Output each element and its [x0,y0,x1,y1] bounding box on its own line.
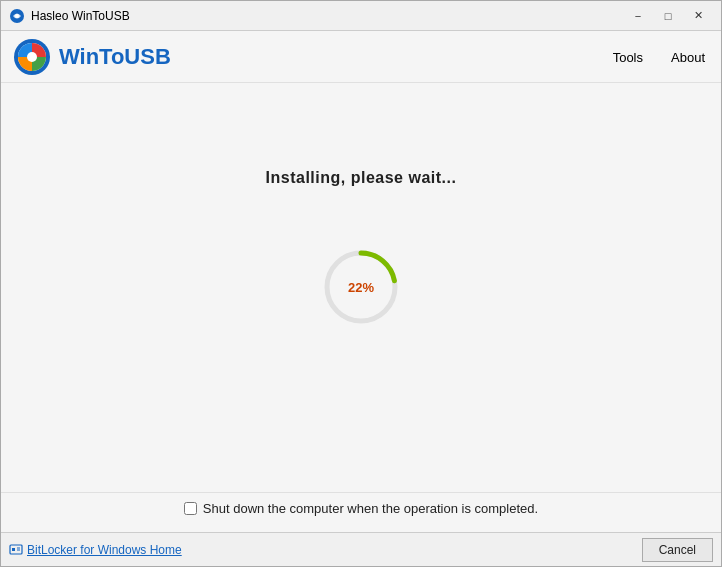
bitlocker-link[interactable]: BitLocker for Windows Home [27,543,182,557]
svg-point-1 [15,14,19,18]
wintousb-logo [13,38,51,76]
app-header: WinToUSB Tools About [1,31,721,83]
tools-menu[interactable]: Tools [609,47,647,66]
status-bar: BitLocker for Windows Home Cancel [1,532,721,566]
progress-container: 22% [321,247,401,327]
app-name: WinToUSB [59,44,171,70]
maximize-button[interactable]: □ [653,6,683,26]
progress-label: 22% [348,279,374,294]
svg-rect-6 [12,548,15,551]
content-area: Installing, please wait... 22% [1,83,721,492]
menu-bar: Tools About [609,47,709,66]
shutdown-checkbox-row: Shut down the computer when the operatio… [17,501,705,516]
about-menu[interactable]: About [667,47,709,66]
install-status-text: Installing, please wait... [266,169,457,187]
app-icon [9,8,25,24]
main-window: Hasleo WinToUSB − □ ✕ WinToUSB Tools Abo… [0,0,722,567]
circular-progress: 22% [321,247,401,327]
minimize-button[interactable]: − [623,6,653,26]
window-controls: − □ ✕ [623,6,713,26]
svg-point-4 [27,52,37,62]
link-icon [9,543,23,557]
title-bar: Hasleo WinToUSB − □ ✕ [1,1,721,31]
cancel-button[interactable]: Cancel [642,538,713,562]
shutdown-checkbox[interactable] [184,502,197,515]
shutdown-checkbox-label: Shut down the computer when the operatio… [203,501,538,516]
window-title: Hasleo WinToUSB [31,9,623,23]
svg-rect-5 [10,545,22,554]
footer-area: Shut down the computer when the operatio… [1,492,721,532]
close-button[interactable]: ✕ [683,6,713,26]
status-link-container: BitLocker for Windows Home [9,543,182,557]
